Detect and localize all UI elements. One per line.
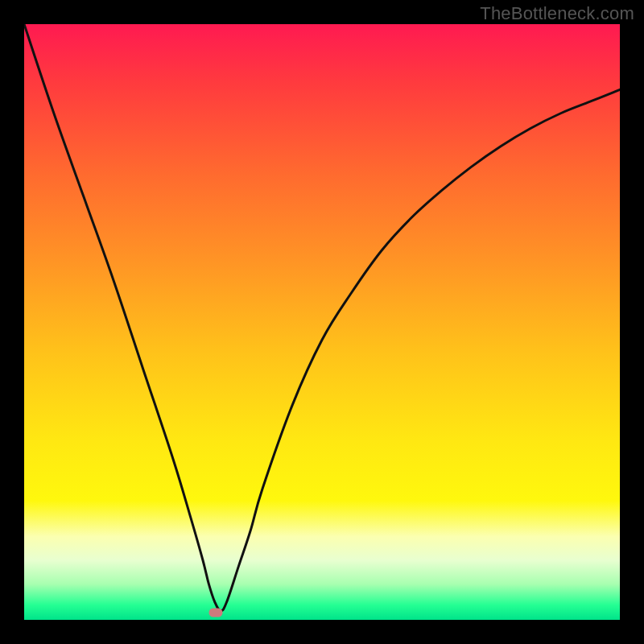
gradient-background [24,24,620,620]
chart-frame: TheBottleneck.com [0,0,644,644]
watermark-label: TheBottleneck.com [480,3,634,24]
minimum-marker [209,609,223,617]
plot-svg [24,24,620,620]
plot-area [24,24,620,620]
